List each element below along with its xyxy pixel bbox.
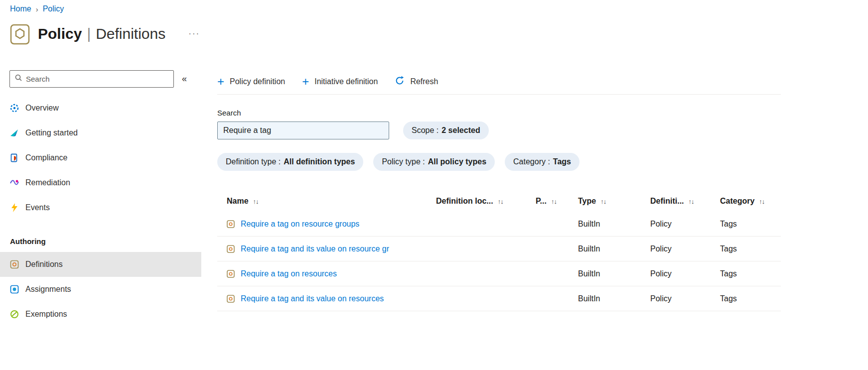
events-icon [10, 203, 19, 212]
type-cell: BuiltIn [570, 220, 642, 229]
sidebar-search-box[interactable] [9, 70, 174, 88]
refresh-button-label: Refresh [410, 77, 438, 86]
pill-label: Category : [513, 157, 550, 166]
category-cell: Tags [712, 269, 781, 278]
filter-row-1: Scope : 2 selected [217, 122, 781, 139]
type-cell: BuiltIn [570, 245, 642, 253]
pill-label: Scope : [412, 126, 438, 135]
sidebar-item-compliance[interactable]: Compliance [0, 145, 201, 170]
page-title: Policy | Definitions [38, 25, 165, 42]
column-header-label: P... [536, 197, 547, 206]
overview-icon [10, 104, 19, 113]
sidebar-item-label: Events [25, 203, 50, 212]
sidebar-search-input[interactable] [26, 75, 169, 83]
definitions-icon [10, 260, 19, 269]
page-title-separator: | [82, 25, 96, 42]
policy-definition-icon [227, 245, 235, 253]
name-cell: Require a tag and its value on resource … [217, 245, 428, 253]
table-header-row: Name ↑↓ Definition loc... ↑↓ P... ↑↓ Typ… [217, 191, 781, 212]
sort-icon: ↑↓ [689, 198, 694, 205]
column-header-name[interactable]: Name ↑↓ [217, 197, 428, 206]
sidebar-item-getting-started[interactable]: Getting started [0, 121, 201, 145]
refresh-icon [395, 76, 405, 88]
definition-search-input[interactable] [217, 122, 389, 139]
search-icon [14, 74, 22, 84]
breadcrumb-home-link[interactable]: Home [10, 4, 31, 13]
category-filter-pill[interactable]: Category : Tags [505, 153, 579, 171]
column-header-label: Type [578, 197, 596, 206]
sidebar-item-events[interactable]: Events [0, 195, 201, 220]
sidebar-item-overview[interactable]: Overview [0, 96, 201, 121]
column-header-category[interactable]: Category ↑↓ [712, 197, 781, 206]
sidebar-item-label: Overview [25, 104, 59, 113]
compliance-icon [10, 153, 19, 162]
sidebar-item-definitions[interactable]: Definitions [0, 252, 201, 277]
definition-type-cell: Policy [642, 294, 712, 303]
sidebar-authoring-nav: Definitions Assignments [0, 252, 201, 327]
table-row: Require a tag on resource groups BuiltIn… [217, 212, 781, 237]
name-cell: Require a tag on resources [217, 269, 428, 278]
getting-started-icon [10, 128, 19, 137]
policy-type-filter-pill[interactable]: Policy type : All policy types [373, 153, 495, 171]
page-header: Policy | Definitions ··· [10, 23, 200, 45]
collapse-sidebar-button[interactable]: « [182, 74, 187, 84]
policy-definition-icon [227, 295, 235, 303]
plus-icon: + [302, 76, 309, 88]
sidebar-item-label: Compliance [25, 153, 67, 162]
breadcrumb-policy-link[interactable]: Policy [43, 4, 64, 13]
sort-icon: ↑↓ [551, 198, 557, 205]
policy-link[interactable]: Require a tag and its value on resource … [241, 245, 389, 253]
column-header-definition-type[interactable]: Definiti... ↑↓ [642, 197, 712, 206]
search-label: Search [217, 109, 781, 117]
definition-type-filter-pill[interactable]: Definition type : All definition types [217, 153, 363, 171]
policy-icon [10, 23, 30, 45]
sidebar-item-remediation[interactable]: Remediation [0, 170, 201, 195]
sidebar-item-label: Remediation [25, 178, 70, 187]
policy-link[interactable]: Require a tag on resource groups [241, 220, 359, 229]
category-cell: Tags [712, 245, 781, 253]
toolbar: + Policy definition + Initiative definit… [217, 72, 781, 91]
definition-type-cell: Policy [642, 245, 712, 253]
page-title-primary: Policy [38, 25, 82, 42]
table-row: Require a tag and its value on resources… [217, 286, 781, 311]
category-cell: Tags [712, 294, 781, 303]
definition-type-cell: Policy [642, 269, 712, 278]
table-row: Require a tag on resources BuiltIn Polic… [217, 261, 781, 286]
pill-value: All definition types [284, 157, 355, 166]
chevron-right-icon: › [36, 5, 38, 13]
column-header-label: Definition loc... [436, 197, 493, 206]
pill-value: All policy types [428, 157, 486, 166]
column-header-label: Category [720, 197, 754, 206]
plus-icon: + [217, 76, 224, 88]
assignments-icon [10, 285, 19, 294]
pill-value: Tags [553, 157, 571, 166]
sidebar: « Overview Getting s [0, 70, 201, 327]
authoring-section-label: Authoring [0, 230, 201, 252]
name-cell: Require a tag and its value on resources [217, 294, 428, 303]
policy-link[interactable]: Require a tag on resources [241, 269, 337, 278]
pill-label: Policy type : [382, 157, 425, 166]
sidebar-item-assignments[interactable]: Assignments [0, 277, 201, 302]
column-header-policies[interactable]: P... ↑↓ [527, 197, 570, 206]
refresh-button[interactable]: Refresh [395, 76, 438, 88]
column-header-definition-location[interactable]: Definition loc... ↑↓ [428, 197, 527, 206]
column-header-label: Definiti... [650, 197, 684, 206]
breadcrumb: Home › Policy [10, 4, 64, 13]
name-cell: Require a tag on resource groups [217, 220, 428, 229]
exemptions-icon [10, 310, 19, 319]
initiative-definition-button-label: Initiative definition [314, 77, 378, 86]
sidebar-item-label: Definitions [25, 260, 63, 269]
policy-definition-button[interactable]: + Policy definition [217, 76, 285, 88]
table-row: Require a tag and its value on resource … [217, 237, 781, 261]
sidebar-item-exemptions[interactable]: Exemptions [0, 302, 201, 327]
policy-link[interactable]: Require a tag and its value on resources [241, 294, 384, 303]
type-cell: BuiltIn [570, 269, 642, 278]
scope-filter-pill[interactable]: Scope : 2 selected [403, 122, 489, 139]
initiative-definition-button[interactable]: + Initiative definition [302, 76, 378, 88]
definitions-table: Name ↑↓ Definition loc... ↑↓ P... ↑↓ Typ… [217, 191, 781, 311]
sidebar-search-row: « [0, 70, 201, 88]
column-header-type[interactable]: Type ↑↓ [570, 197, 642, 206]
more-options-button[interactable]: ··· [188, 29, 200, 39]
filter-row-2: Definition type : All definition types P… [217, 153, 781, 171]
sidebar-item-label: Getting started [25, 128, 78, 137]
